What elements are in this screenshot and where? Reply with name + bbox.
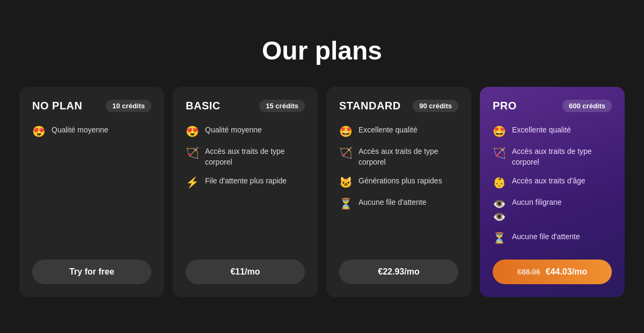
feature-icon: 🏹 — [493, 146, 506, 159]
cta-button-standard[interactable]: €22.93/mo — [339, 260, 458, 284]
feature-item: 🏹Accès aux traits de type corporel — [186, 146, 305, 167]
plans-grid: NO PLAN10 crédits😍Qualité moyenneTry for… — [16, 87, 628, 297]
plan-header-basic: BASIC15 crédits — [186, 100, 305, 112]
feature-text: Qualité moyenne — [52, 125, 108, 136]
feature-icon: 🤩 — [493, 125, 506, 138]
feature-item: ⏳Aucune file d'attente — [493, 232, 612, 245]
features-list-pro: 🤩Excellente qualité🏹Accès aux traits de … — [493, 125, 612, 245]
feature-icon: 😍 — [186, 125, 199, 138]
plan-name-standard: STANDARD — [339, 100, 401, 112]
credits-badge-pro: 600 crédits — [562, 100, 612, 112]
feature-text: File d'attente plus rapide — [205, 176, 287, 187]
feature-icon: 🐱 — [339, 176, 352, 189]
plan-header-standard: STANDARD90 crédits — [339, 100, 458, 112]
feature-text: Excellente qualité — [358, 125, 418, 136]
plan-card-pro: PRO600 crédits🤩Excellente qualité🏹Accès … — [480, 87, 625, 297]
plan-name-basic: BASIC — [186, 100, 221, 112]
cta-button-basic[interactable]: €11/mo — [186, 260, 305, 284]
plan-name-no-plan: NO PLAN — [32, 100, 83, 112]
credits-badge-standard: 90 crédits — [413, 100, 458, 112]
feature-text: Qualité moyenne — [205, 125, 262, 136]
feature-item: ⚡File d'attente plus rapide — [186, 176, 305, 189]
feature-text: Excellente qualité — [512, 125, 571, 136]
plan-header-pro: PRO600 crédits — [493, 100, 612, 112]
feature-item: 🐱Générations plus rapides — [339, 176, 458, 189]
feature-item: 😍Qualité moyenne — [32, 125, 151, 138]
feature-icon: 🏹 — [186, 146, 199, 159]
feature-icon: ⚡ — [186, 176, 199, 189]
feature-text: Accès aux traits de type corporel — [358, 146, 458, 167]
cta-button-no-plan[interactable]: Try for free — [32, 260, 151, 284]
feature-text: Accès aux traits de type corporel — [512, 146, 612, 167]
features-list-standard: 🤩Excellente qualité🏹Accès aux traits de … — [339, 125, 458, 245]
feature-item: 👶Accès aux traits d'âge — [493, 176, 612, 189]
feature-icon: 😍 — [32, 125, 45, 138]
feature-item: 🤩Excellente qualité — [493, 125, 612, 138]
plan-card-basic: BASIC15 crédits😍Qualité moyenne🏹Accès au… — [173, 87, 318, 297]
feature-text: Aucun filigrane — [512, 197, 562, 208]
feature-text: Générations plus rapides — [358, 176, 442, 187]
original-price: €88.06 — [517, 268, 540, 276]
current-price: €44.03/mo — [546, 267, 587, 277]
feature-text: Accès aux traits d'âge — [512, 176, 586, 187]
feature-item: 😍Qualité moyenne — [186, 125, 305, 138]
feature-icon: 🏹 — [339, 146, 352, 159]
feature-icon: 👶 — [493, 176, 506, 189]
feature-text: Aucune file d'attente — [358, 197, 426, 208]
credits-badge-no-plan: 10 crédits — [106, 100, 151, 112]
feature-icon: 👁️👁️ — [493, 197, 506, 223]
page-title: Our plans — [262, 36, 382, 65]
plan-header-no-plan: NO PLAN10 crédits — [32, 100, 151, 112]
feature-item: 🏹Accès aux traits de type corporel — [339, 146, 458, 167]
cta-button-pro[interactable]: €88.06€44.03/mo — [493, 260, 612, 284]
plan-name-pro: PRO — [493, 100, 517, 112]
credits-badge-basic: 15 crédits — [259, 100, 305, 112]
feature-text: Accès aux traits de type corporel — [205, 146, 305, 167]
feature-item: 🏹Accès aux traits de type corporel — [493, 146, 612, 167]
feature-icon: ⏳ — [339, 197, 352, 210]
feature-icon: 🤩 — [339, 125, 352, 138]
features-list-no-plan: 😍Qualité moyenne — [32, 125, 151, 245]
feature-item: ⏳Aucune file d'attente — [339, 197, 458, 210]
feature-icon: ⏳ — [493, 232, 506, 245]
features-list-basic: 😍Qualité moyenne🏹Accès aux traits de typ… — [186, 125, 305, 245]
feature-item: 👁️👁️Aucun filigrane — [493, 197, 612, 223]
plan-card-standard: STANDARD90 crédits🤩Excellente qualité🏹Ac… — [326, 87, 471, 297]
plan-card-no-plan: NO PLAN10 crédits😍Qualité moyenneTry for… — [19, 87, 164, 297]
feature-item: 🤩Excellente qualité — [339, 125, 458, 138]
feature-text: Aucune file d'attente — [512, 232, 580, 242]
